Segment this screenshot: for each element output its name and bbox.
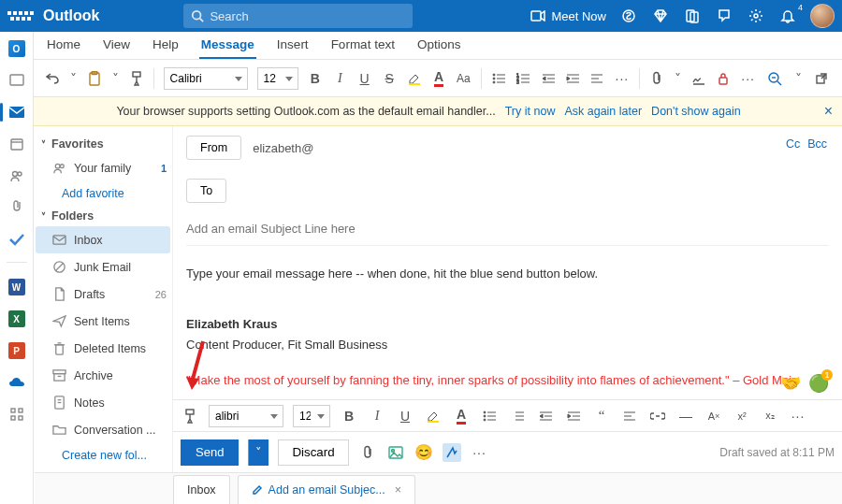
app-launcher-icon[interactable]: [7, 3, 34, 29]
folder-your-family-fav[interactable]: Your family 1: [36, 154, 170, 181]
rail-people-icon[interactable]: [6, 165, 28, 187]
todo-icon[interactable]: [683, 7, 702, 25]
rail-calendar-icon[interactable]: [6, 133, 28, 155]
undo-icon[interactable]: [45, 69, 60, 88]
subscript-icon[interactable]: x₂: [761, 407, 779, 425]
folders-header[interactable]: ˅Folders: [36, 206, 170, 226]
font-family2-select[interactable]: alibri: [209, 405, 283, 427]
rail-word-icon[interactable]: W: [6, 276, 28, 298]
notice-later-link[interactable]: Ask again later: [564, 105, 642, 118]
popout-icon[interactable]: [812, 69, 831, 88]
font-family-select[interactable]: Calibri: [164, 67, 248, 90]
attach2-icon[interactable]: [358, 443, 377, 462]
close-tab-icon[interactable]: ×: [395, 483, 401, 497]
discard-button[interactable]: Discard: [278, 439, 348, 466]
font-color-button[interactable]: A: [431, 69, 446, 88]
font-color2-button[interactable]: A: [452, 407, 471, 425]
folder-sent[interactable]: Sent Items: [36, 308, 170, 335]
rail-more-apps-icon[interactable]: [6, 403, 28, 425]
bcc-link[interactable]: Bcc: [807, 137, 827, 151]
more-actions-icon[interactable]: ···: [471, 443, 489, 462]
indent2-icon[interactable]: [564, 407, 583, 425]
skype-icon[interactable]: [619, 7, 638, 25]
meet-now-button[interactable]: Meet Now: [530, 9, 606, 23]
rail-mail-icon[interactable]: [6, 69, 28, 92]
settings-icon[interactable]: [747, 7, 765, 25]
tab-options[interactable]: Options: [415, 32, 463, 59]
bullets2-icon[interactable]: [480, 407, 499, 425]
outdent2-icon[interactable]: [536, 407, 555, 425]
change-case-button[interactable]: Aa: [456, 69, 471, 88]
numbering-icon[interactable]: 123: [515, 69, 530, 88]
folder-inbox[interactable]: Inbox: [36, 226, 170, 253]
rail-mail-active-icon[interactable]: [6, 101, 28, 123]
sensitivity-icon[interactable]: [716, 69, 731, 88]
underline-button[interactable]: U: [356, 69, 371, 88]
zoom-out-icon[interactable]: [765, 69, 784, 88]
emoji-icon[interactable]: 😊: [414, 443, 433, 462]
paste-icon[interactable]: [87, 69, 102, 88]
folder-junk[interactable]: Junk Email: [36, 253, 170, 281]
numbering2-icon[interactable]: [508, 407, 527, 425]
tips-icon[interactable]: [715, 7, 733, 25]
folder-conversation[interactable]: Conversation ...: [36, 416, 170, 443]
rail-check-icon[interactable]: [6, 228, 28, 251]
signature-icon[interactable]: [691, 69, 706, 88]
bottom-tab-draft[interactable]: Add an email Subjec... ×: [238, 475, 415, 504]
quote-icon[interactable]: “: [592, 407, 611, 425]
bold2-button[interactable]: B: [340, 407, 358, 425]
strike-button[interactable]: S: [382, 69, 397, 88]
from-button[interactable]: From: [186, 136, 241, 160]
font-size-select[interactable]: 12: [257, 67, 298, 90]
tab-message[interactable]: Message: [199, 32, 256, 59]
to-button[interactable]: To: [186, 179, 226, 203]
globe-badge-icon[interactable]: 🟢1: [808, 373, 829, 394]
more-icon[interactable]: ···: [740, 69, 755, 88]
highlight2-button[interactable]: [424, 407, 443, 425]
outdent-icon[interactable]: [540, 69, 555, 88]
send-split-button[interactable]: ˅: [248, 439, 269, 466]
message-body[interactable]: Type your email message here -- when don…: [186, 246, 829, 399]
tab-format-text[interactable]: Format text: [329, 32, 397, 59]
send-button[interactable]: Send: [181, 439, 239, 466]
cc-link[interactable]: Cc: [786, 137, 800, 151]
paste-dropdown-icon[interactable]: ˅: [111, 69, 119, 88]
tab-view[interactable]: View: [101, 32, 132, 59]
superscript-icon[interactable]: x²: [733, 407, 751, 425]
more-format-icon[interactable]: ···: [615, 69, 630, 88]
hr-icon[interactable]: ―: [676, 407, 695, 425]
rail-powerpoint-icon[interactable]: P: [6, 339, 28, 362]
clear-format-icon[interactable]: A×: [704, 407, 723, 425]
rail-files-icon[interactable]: [6, 196, 28, 219]
bullets-icon[interactable]: [490, 69, 505, 88]
undo-dropdown-icon[interactable]: ˅: [69, 69, 77, 88]
link-icon[interactable]: [648, 407, 667, 425]
attach-dropdown[interactable]: ˅: [674, 69, 681, 88]
favorites-header[interactable]: ˅Favorites: [36, 134, 170, 154]
zoom-dropdown[interactable]: ˅: [793, 69, 803, 88]
notice-try-link[interactable]: Try it now: [505, 105, 556, 118]
notice-dont-link[interactable]: Don't show again: [651, 105, 741, 118]
premium-icon[interactable]: [651, 7, 670, 25]
folder-archive[interactable]: Archive: [36, 362, 170, 389]
add-favorite-link[interactable]: Add favorite: [36, 181, 170, 206]
underline2-button[interactable]: U: [396, 407, 414, 425]
tab-home[interactable]: Home: [45, 32, 82, 59]
search-container[interactable]: [183, 4, 413, 28]
tab-insert[interactable]: Insert: [275, 32, 311, 59]
folder-drafts[interactable]: Drafts26: [36, 281, 170, 308]
tab-help[interactable]: Help: [151, 32, 181, 59]
handshake-icon[interactable]: 🤝: [780, 373, 801, 394]
profile-avatar[interactable]: [810, 4, 835, 28]
align2-icon[interactable]: [620, 407, 639, 425]
bottom-tab-inbox[interactable]: Inbox: [173, 475, 230, 504]
bold-button[interactable]: B: [308, 69, 323, 88]
rail-excel-icon[interactable]: X: [6, 308, 28, 330]
more-format2-icon[interactable]: ···: [789, 407, 807, 425]
format-painter-icon[interactable]: [128, 69, 143, 88]
indent-icon[interactable]: [565, 69, 580, 88]
rail-onedrive-icon[interactable]: [6, 371, 28, 394]
italic2-button[interactable]: I: [368, 407, 386, 425]
highlight-button[interactable]: [406, 69, 421, 88]
subject-input[interactable]: [186, 212, 829, 246]
